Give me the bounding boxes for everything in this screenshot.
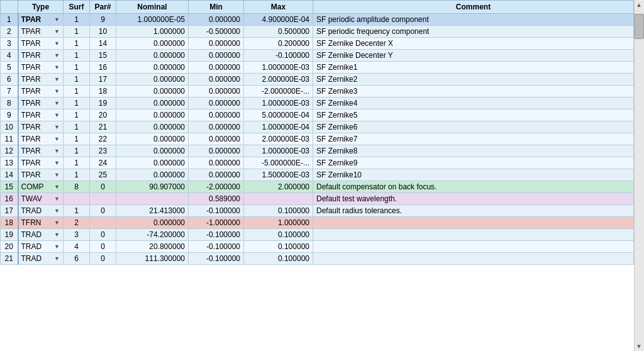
cell-type[interactable]: TPAR▼ <box>18 62 64 74</box>
type-dropdown-arrow[interactable]: ▼ <box>54 124 60 130</box>
cell-type[interactable]: TRAD▼ <box>18 241 64 253</box>
type-dropdown-arrow[interactable]: ▼ <box>54 16 60 23</box>
cell-comment: SF periodic amplitude component <box>313 14 634 26</box>
table-row[interactable]: 11TPAR▼1220.0000000.0000002.000000E-03SF… <box>1 133 644 145</box>
type-dropdown-arrow[interactable]: ▼ <box>54 208 60 214</box>
cell-type[interactable]: TPAR▼ <box>18 157 64 169</box>
type-dropdown-arrow[interactable]: ▼ <box>54 255 60 262</box>
cell-nominal: 0.000000 <box>116 74 189 86</box>
cell-nominal: 1.000000 <box>116 26 189 38</box>
cell-nominal: 0.000000 <box>116 86 189 98</box>
cell-max: 0.500000 <box>244 26 313 38</box>
cell-nominal: 0.000000 <box>116 62 189 74</box>
cell-type[interactable]: TPAR▼ <box>18 145 64 157</box>
cell-type[interactable]: TPAR▼ <box>18 169 64 181</box>
cell-type[interactable]: TPAR▼ <box>18 121 64 133</box>
table-row[interactable]: 19TRAD▼30-74.200000-0.1000000.100000 <box>1 229 644 241</box>
tolerance-table-container: Type Surf Par# Nominal Min Max Comment 1… <box>0 0 644 351</box>
cell-nominal: 0.000000 <box>116 169 189 181</box>
type-label: TPAR <box>21 39 41 48</box>
cell-type[interactable]: TPAR▼ <box>18 86 64 98</box>
cell-surf: 1 <box>64 145 90 157</box>
type-dropdown-arrow[interactable]: ▼ <box>54 196 60 202</box>
cell-nominal: -74.200000 <box>116 229 189 241</box>
cell-min: -0.100000 <box>189 241 244 253</box>
table-row[interactable]: 20TRAD▼4020.800000-0.1000000.100000 <box>1 241 644 253</box>
cell-nominal: 0.000000 <box>116 145 189 157</box>
type-dropdown-arrow[interactable]: ▼ <box>54 220 60 226</box>
type-dropdown-arrow[interactable]: ▼ <box>54 88 60 94</box>
type-dropdown-arrow[interactable]: ▼ <box>54 172 60 178</box>
col-header-surf: Surf <box>64 1 90 14</box>
type-dropdown-arrow[interactable]: ▼ <box>54 112 60 118</box>
table-row[interactable]: 18TFRN▼20.000000-1.0000001.000000 <box>1 217 644 229</box>
cell-type[interactable]: TWAV▼ <box>18 193 64 205</box>
table-row[interactable]: 5TPAR▼1160.0000000.0000001.000000E-03SF … <box>1 62 644 74</box>
table-row[interactable]: 12TPAR▼1230.0000000.0000001.000000E-03SF… <box>1 145 644 157</box>
type-dropdown-arrow[interactable]: ▼ <box>54 184 60 190</box>
table-row[interactable]: 17TRAD▼1021.413000-0.1000000.100000Defau… <box>1 205 644 217</box>
type-dropdown-arrow[interactable]: ▼ <box>54 64 60 70</box>
col-header-nominal: Nominal <box>116 1 189 14</box>
cell-type[interactable]: TPAR▼ <box>18 98 64 109</box>
cell-type[interactable]: TPAR▼ <box>18 50 64 62</box>
cell-type[interactable]: TPAR▼ <box>18 26 64 38</box>
table-row[interactable]: 13TPAR▼1240.0000000.000000-5.000000E-...… <box>1 157 644 169</box>
scroll-thumb[interactable] <box>634 14 644 39</box>
cell-type[interactable]: TPAR▼ <box>18 14 64 26</box>
vertical-scrollbar[interactable]: ▲ ▼ <box>634 0 644 351</box>
type-dropdown-arrow[interactable]: ▼ <box>54 76 60 82</box>
type-dropdown-arrow[interactable]: ▼ <box>54 100 60 106</box>
table-row[interactable]: 1TPAR▼191.000000E-050.0000004.900000E-04… <box>1 14 644 26</box>
cell-min: 0.000000 <box>189 50 244 62</box>
type-dropdown-arrow[interactable]: ▼ <box>54 243 60 250</box>
scroll-down-arrow[interactable]: ▼ <box>634 343 644 350</box>
table-row[interactable]: 16TWAV▼0.589000Default test wavelength. <box>1 193 644 205</box>
cell-surf: 8 <box>64 181 90 193</box>
cell-type[interactable]: TPAR▼ <box>18 38 64 50</box>
table-row[interactable]: 6TPAR▼1170.0000000.0000002.000000E-03SF … <box>1 74 644 86</box>
table-row[interactable]: 14TPAR▼1250.0000000.0000001.500000E-03SF… <box>1 169 644 181</box>
cell-par: 16 <box>90 62 116 74</box>
table-row[interactable]: 2TPAR▼1101.000000-0.5000000.500000SF per… <box>1 26 644 38</box>
type-dropdown-arrow[interactable]: ▼ <box>54 231 60 238</box>
type-dropdown-arrow[interactable]: ▼ <box>54 160 60 166</box>
table-row[interactable]: 9TPAR▼1200.0000000.0000005.000000E-04SF … <box>1 109 644 121</box>
table-row[interactable]: 8TPAR▼1190.0000000.0000001.000000E-03SF … <box>1 98 644 109</box>
table-row[interactable]: 4TPAR▼1150.0000000.000000-0.100000SF Zer… <box>1 50 644 62</box>
cell-nominal: 90.907000 <box>116 181 189 193</box>
table-row[interactable]: 15COMP▼8090.907000-2.0000002.000000Defau… <box>1 181 644 193</box>
type-dropdown-arrow[interactable]: ▼ <box>54 40 60 47</box>
cell-min: 0.589000 <box>189 193 244 205</box>
table-row[interactable]: 7TPAR▼1180.0000000.000000-2.000000E-...S… <box>1 86 644 98</box>
scroll-up-arrow[interactable]: ▲ <box>634 1 644 8</box>
cell-type[interactable]: TPAR▼ <box>18 109 64 121</box>
type-label: TPAR <box>21 15 42 24</box>
cell-par: 15 <box>90 50 116 62</box>
cell-par: 25 <box>90 169 116 181</box>
table-row[interactable]: 21TRAD▼60111.300000-0.1000000.100000 <box>1 253 644 265</box>
cell-rownum: 7 <box>1 86 18 98</box>
table-row[interactable]: 3TPAR▼1140.0000000.0000000.200000SF Zern… <box>1 38 644 50</box>
table-row[interactable]: 10TPAR▼1210.0000000.0000001.000000E-04SF… <box>1 121 644 133</box>
type-label: COMP <box>21 182 44 191</box>
type-dropdown-arrow[interactable]: ▼ <box>54 52 60 58</box>
col-header-min: Min <box>189 1 244 14</box>
cell-type[interactable]: TRAD▼ <box>18 205 64 217</box>
cell-min: 0.000000 <box>189 109 244 121</box>
type-dropdown-arrow[interactable]: ▼ <box>54 148 60 154</box>
type-dropdown-arrow[interactable]: ▼ <box>54 28 60 35</box>
cell-type[interactable]: TRAD▼ <box>18 253 64 265</box>
cell-rownum: 3 <box>1 38 18 50</box>
cell-type[interactable]: TPAR▼ <box>18 133 64 145</box>
cell-rownum: 18 <box>1 217 18 229</box>
cell-comment: SF Zernike2 <box>313 74 634 86</box>
cell-comment <box>313 229 634 241</box>
type-dropdown-arrow[interactable]: ▼ <box>54 136 60 142</box>
cell-type[interactable]: TPAR▼ <box>18 74 64 86</box>
cell-par: 20 <box>90 109 116 121</box>
cell-type[interactable]: TRAD▼ <box>18 229 64 241</box>
cell-surf: 1 <box>64 121 90 133</box>
cell-type[interactable]: TFRN▼ <box>18 217 64 229</box>
cell-type[interactable]: COMP▼ <box>18 181 64 193</box>
